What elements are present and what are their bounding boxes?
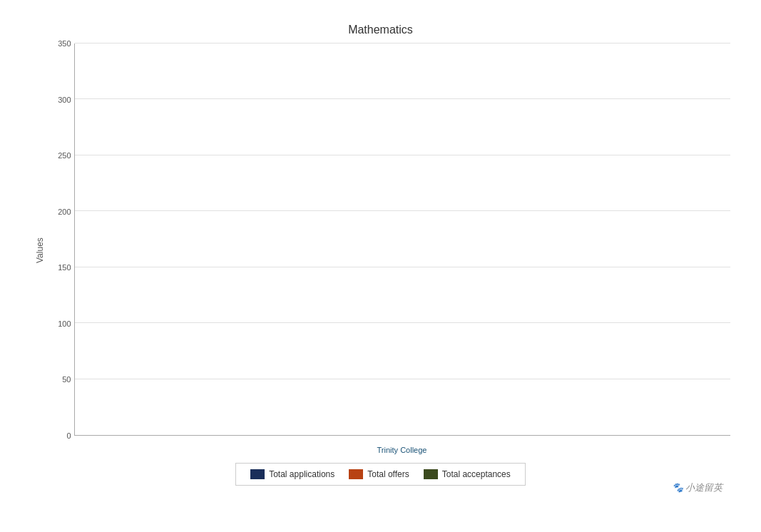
legend-color [250,469,265,479]
x-axis-labels: Trinity College [74,436,730,457]
y-axis: 050100150200250300350 [48,44,74,457]
grid-line [75,155,730,155]
legend-color [424,469,438,479]
legend-item: Total acceptances [424,469,511,479]
grid-line [75,379,730,379]
legend-label: Total applications [269,469,334,479]
grid-line [75,43,730,44]
chart-title: Mathematics [31,16,730,36]
chart-container: Mathematics Values 050100150200250300350… [31,16,730,516]
chart-area: Values 050100150200250300350 Trinity Col… [31,44,730,457]
legend-label: Total offers [367,469,409,479]
legend-item: Total applications [250,469,334,479]
grid-line [75,267,730,267]
grid-line [75,322,730,323]
plot-area: Trinity College [74,44,730,457]
watermark: 🐾 小途留英 [672,481,723,494]
y-axis-label: Values [31,44,48,457]
legend-color [349,469,363,479]
legend: Total applicationsTotal offersTotal acce… [235,463,526,486]
grid-line [75,98,730,99]
grid-line [75,210,730,211]
legend-item: Total offers [349,469,409,479]
x-axis-label: Trinity College [302,446,502,454]
grid-and-bars [74,44,730,436]
legend-label: Total acceptances [442,469,511,479]
